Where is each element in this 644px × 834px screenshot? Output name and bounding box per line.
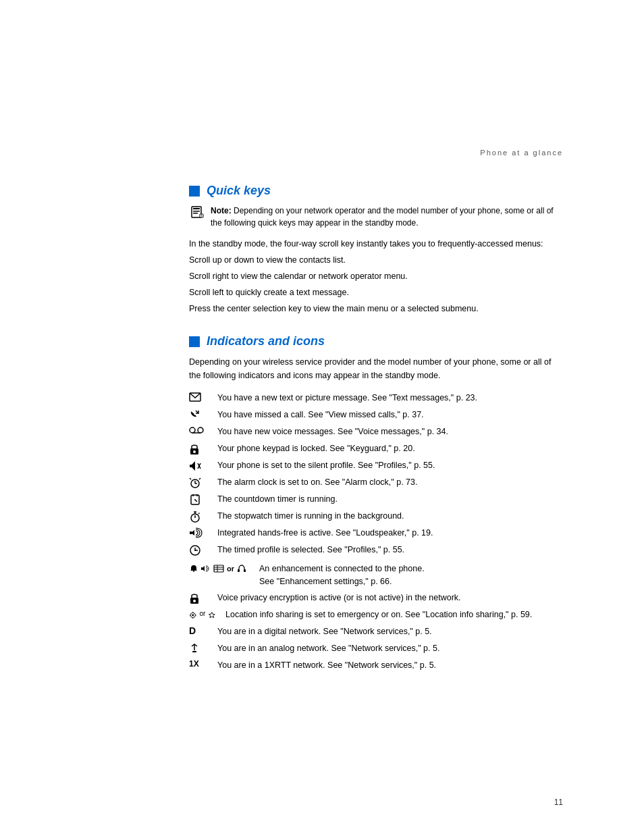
- svg-point-37: [194, 550, 196, 551]
- svg-rect-56: [192, 651, 196, 652]
- list-item: D You are in a digital network. See "Net…: [189, 625, 563, 639]
- svg-rect-2: [193, 211, 200, 212]
- icon-list: You have a new text or picture message. …: [189, 392, 563, 673]
- svg-rect-45: [238, 569, 240, 572]
- section-blue-square: [189, 186, 200, 197]
- svg-point-50: [192, 614, 194, 616]
- icon-desc-countdown: The countdown timer is running.: [217, 493, 338, 506]
- list-item: or An enhancement is connected to the ph…: [189, 563, 563, 588]
- svg-rect-33: [190, 531, 192, 534]
- icon-desc-encryption: Voice privacy encryption is active (or i…: [217, 592, 461, 604]
- indicators-heading: Indicators and icons: [189, 334, 563, 348]
- quick-keys-body-4: Scroll left to quickly create a text mes…: [189, 286, 563, 299]
- icon-cell-missed-call: [189, 409, 208, 420]
- svg-point-9: [198, 427, 203, 433]
- icon-cell-alarm: [189, 476, 208, 489]
- list-item: Your phone is set to the silent profile.…: [189, 459, 563, 473]
- list-item: Your phone keypad is locked. See "Keygua…: [189, 442, 563, 456]
- note-block: ! Note: Depending on your network operat…: [190, 205, 563, 229]
- icon-desc-digital: You are in a digital network. See "Netwo…: [217, 625, 432, 638]
- svg-marker-32: [192, 530, 194, 536]
- icon-cell-stopwatch: [189, 510, 208, 523]
- quick-keys-body-2: Scroll up or down to view the contacts l…: [189, 253, 563, 267]
- list-item: You have new voice messages. See "Voice …: [189, 425, 563, 439]
- icon-cell-encryption: [189, 592, 208, 604]
- icon-cell-envelope: [189, 392, 208, 402]
- page-header: Phone at a glance: [0, 0, 644, 163]
- quick-keys-body-1: In the standby mode, the four-way scroll…: [189, 237, 563, 251]
- indicators-title: Indicators and icons: [207, 334, 325, 348]
- list-item: You are in an analog network. See "Netwo…: [189, 642, 563, 656]
- svg-rect-14: [190, 465, 192, 467]
- svg-rect-1: [193, 208, 200, 209]
- svg-line-20: [190, 478, 191, 479]
- icon-desc-location: Location info sharing is set to emergenc…: [225, 608, 532, 621]
- icon-desc-analog: You are in an analog network. See "Netwo…: [217, 642, 439, 655]
- header-label: Phone at a glance: [480, 149, 563, 157]
- icon-cell-countdown: [189, 493, 208, 506]
- list-item: The countdown timer is running.: [189, 493, 563, 506]
- quick-keys-body-5: Press the center selection key to view t…: [189, 302, 563, 315]
- list-item: Voice privacy encryption is active (or i…: [189, 592, 563, 605]
- svg-rect-41: [214, 565, 223, 572]
- list-item: 1X You are in a 1XRTT network. See "Netw…: [189, 659, 563, 673]
- svg-rect-46: [244, 569, 246, 572]
- quick-keys-heading: Quick keys: [189, 184, 563, 198]
- svg-rect-3: [193, 213, 198, 214]
- icon-cell-analog: [189, 642, 208, 654]
- note-text: Note: Depending on your network operator…: [211, 205, 563, 229]
- quick-keys-title: Quick keys: [207, 184, 271, 198]
- list-item: The stopwatch timer is running in the ba…: [189, 510, 563, 523]
- svg-point-8: [190, 427, 195, 433]
- svg-marker-55: [209, 612, 215, 617]
- 1xrtt-icon: 1X: [189, 660, 199, 668]
- icon-desc-1xrtt: You are in a 1XRTT network. See "Network…: [217, 659, 436, 672]
- icon-desc-keyguard: Your phone keypad is locked. See "Keygua…: [217, 442, 415, 455]
- icon-desc-stopwatch: The stopwatch timer is running in the ba…: [217, 510, 404, 523]
- svg-rect-40: [201, 567, 203, 570]
- icon-desc-silent: Your phone is set to the silent profile.…: [217, 459, 435, 472]
- note-label: Note:: [211, 206, 232, 215]
- icon-desc-timed-profile: The timed profile is selected. See "Prof…: [217, 544, 404, 556]
- svg-marker-13: [192, 461, 195, 471]
- icon-cell-silent: [189, 459, 208, 472]
- icon-cell-loudspeaker: [189, 527, 208, 538]
- note-icon: !: [190, 205, 204, 219]
- icon-desc-voicemail: You have new voice messages. See "Voice …: [217, 425, 448, 438]
- svg-line-31: [198, 513, 200, 515]
- list-item: The timed profile is selected. See "Prof…: [189, 544, 563, 557]
- list-item: You have a new text or picture message. …: [189, 392, 563, 405]
- note-body: Depending on your network operator and t…: [211, 206, 554, 228]
- svg-marker-39: [203, 566, 205, 571]
- icon-desc-enhancement: An enhancement is connected to the phone…: [259, 563, 425, 588]
- svg-point-26: [194, 499, 196, 500]
- page: Phone at a glance Quick keys ! Note: D: [0, 0, 644, 834]
- icon-desc-missed-call: You have missed a call. See "View missed…: [217, 409, 424, 421]
- location-icon-cell: or: [189, 608, 216, 621]
- indicators-blue-square: [189, 336, 200, 347]
- list-item: Integrated hands-free is active. See "Lo…: [189, 527, 563, 540]
- multi-icon-cell: or: [189, 563, 250, 573]
- list-item: The alarm clock is set to on. See "Alarm…: [189, 476, 563, 490]
- list-item: You have missed a call. See "View missed…: [189, 409, 563, 422]
- digital-icon: D: [189, 626, 196, 635]
- content-area: Quick keys ! Note: Depending on your net…: [0, 163, 644, 716]
- icon-cell-1xrtt: 1X: [189, 659, 208, 668]
- quick-keys-body-3: Scroll right to view the calendar or net…: [189, 269, 563, 283]
- icon-desc-loudspeaker: Integrated hands-free is active. See "Lo…: [217, 527, 433, 540]
- icon-desc-alarm: The alarm clock is set to on. See "Alarm…: [217, 476, 418, 489]
- icon-cell-digital: D: [189, 625, 208, 635]
- icon-cell-timed-profile: [189, 544, 208, 556]
- or-label: or: [227, 565, 234, 573]
- svg-point-48: [193, 600, 196, 602]
- page-number: 11: [554, 798, 563, 807]
- icon-cell-keyguard: [189, 442, 208, 455]
- indicators-intro: Depending on your wireless service provi…: [189, 355, 563, 382]
- icon-cell-voicemail: [189, 425, 208, 434]
- svg-line-21: [199, 478, 200, 479]
- or-label-2: or: [200, 610, 206, 617]
- svg-point-12: [193, 450, 196, 453]
- icon-desc-text-message: You have a new text or picture message. …: [217, 392, 477, 405]
- list-item: or Location info sharing is set to emerg…: [189, 608, 563, 622]
